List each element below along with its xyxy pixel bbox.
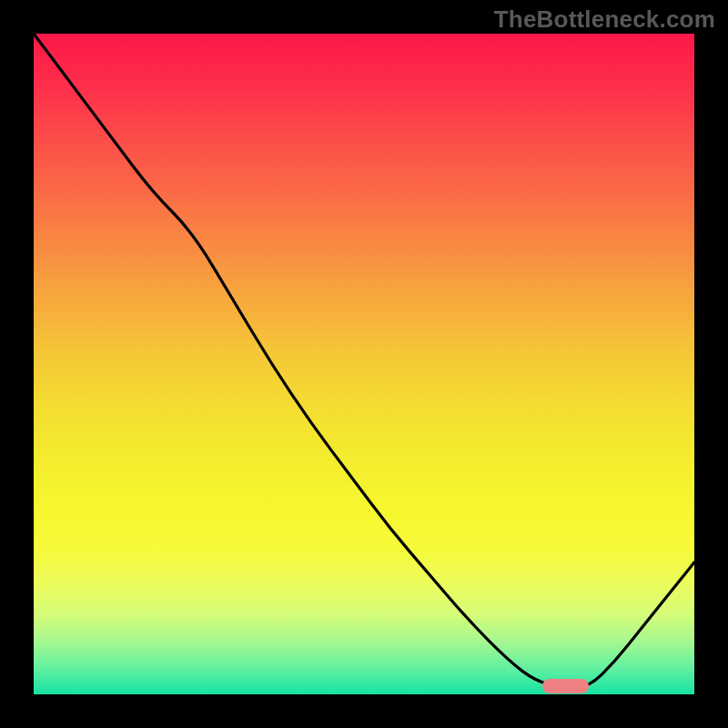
bottleneck-curve <box>34 34 694 694</box>
curve-path <box>34 34 694 688</box>
chart-container: TheBottleneck.com <box>0 0 728 728</box>
watermark: TheBottleneck.com <box>494 5 715 34</box>
plot-area <box>34 34 694 694</box>
optimal-range-marker <box>542 679 589 693</box>
